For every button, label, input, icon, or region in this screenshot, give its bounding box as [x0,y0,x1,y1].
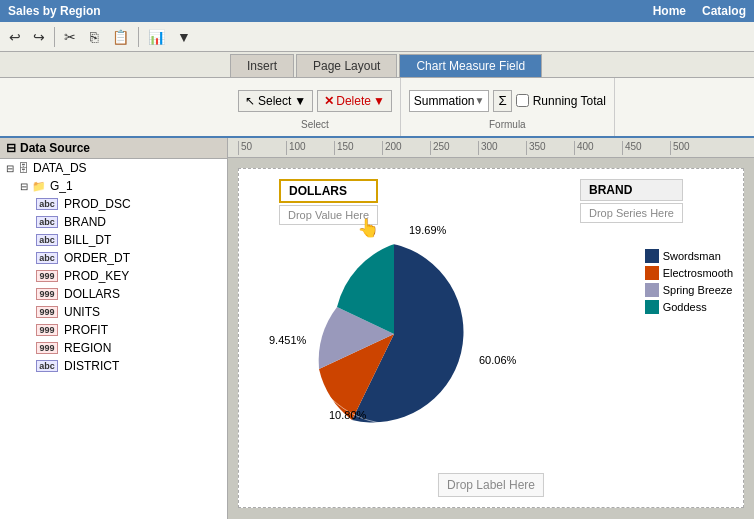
ruler-350: 350 [526,141,574,155]
select-arrow: ▼ [294,94,306,108]
delete-arrow: ▼ [373,94,385,108]
group-expander: ⊟ [18,181,30,192]
title-bar: Sales by Region Home Catalog [0,0,754,22]
chart-canvas: DOLLARS Drop Value Here 👆 BRAND Drop Ser… [238,168,744,508]
delete-button[interactable]: ✕ Delete ▼ [317,90,392,112]
sidebar-header: ⊟ Data Source [0,138,227,159]
field-brand[interactable]: abc BRAND [0,213,227,231]
window-title: Sales by Region [8,4,101,18]
type-tag-bill-dt: abc [36,234,58,246]
running-total-text: Running Total [533,94,606,108]
select-section-label: Select [301,119,329,132]
cursor-icon: ↖ [245,94,255,108]
legend-label-electrosmooth: Electrosmooth [663,267,733,279]
formula-controls: Summation ▼ Σ Running Total [409,82,606,119]
drop-series-zone[interactable]: Drop Series Here [580,203,683,223]
dollars-label[interactable]: DOLLARS [279,179,378,203]
ds-expander: ⊟ [4,163,16,174]
legend-color-swordsman [645,249,659,263]
summation-dropdown[interactable]: Summation ▼ [409,90,490,112]
back-btn[interactable]: ↩ [4,25,26,49]
legend-electrosmooth: Electrosmooth [645,266,733,280]
sidebar: ⊟ Data Source ⊟ 🗄 DATA_DS ⊟ 📁 G_1 abc PR… [0,138,228,519]
pie-chart-container: 19.69% 9.451% 10.80% 60.06% [279,224,559,454]
tab-page-layout[interactable]: Page Layout [296,54,397,77]
running-total-checkbox[interactable] [516,94,529,107]
field-prod-dsc[interactable]: abc PROD_DSC [0,195,227,213]
field-profit[interactable]: 999 PROFIT [0,321,227,339]
legend-goddess: Goddess [645,300,733,314]
chart-legend: Swordsman Electrosmooth Spring Breeze Go… [645,249,733,317]
type-tag-dollars: 999 [36,288,58,300]
field-label-prod-key: PROD_KEY [64,269,129,283]
legend-spring-breeze: Spring Breeze [645,283,733,297]
chart-btn[interactable]: 📊 [143,25,170,49]
type-tag-brand: abc [36,216,58,228]
ribbon-section-formula: Summation ▼ Σ Running Total Formula [401,78,615,136]
field-order-dt[interactable]: abc ORDER_DT [0,249,227,267]
copy-btn[interactable]: ⎘ [83,25,105,49]
field-dollars[interactable]: 999 DOLLARS [0,285,227,303]
sep1 [54,27,55,47]
field-label-brand: BRAND [64,215,106,229]
field-label-district: DISTRICT [64,359,119,373]
pct-right: 60.06% [479,354,516,366]
legend-color-electrosmooth [645,266,659,280]
field-district[interactable]: abc DISTRICT [0,357,227,375]
legend-label-spring-breeze: Spring Breeze [663,284,733,296]
drop-label-area[interactable]: Drop Label Here [438,473,544,497]
content-area: 50 100 150 200 250 300 350 400 450 500 D… [228,138,754,519]
ruler-250: 250 [430,141,478,155]
field-label-profit: PROFIT [64,323,108,337]
ribbon-tabs: Insert Page Layout Chart Measure Field [0,52,754,78]
drop-value-zone[interactable]: Drop Value Here [279,205,378,225]
catalog-link[interactable]: Catalog [702,4,746,18]
tab-chart-measure-field[interactable]: Chart Measure Field [399,54,542,77]
sep2 [138,27,139,47]
home-link[interactable]: Home [653,4,686,18]
ruler-150: 150 [334,141,382,155]
field-label-order-dt: ORDER_DT [64,251,130,265]
cut-btn[interactable]: ✂ [59,25,81,49]
tree-group[interactable]: ⊟ 📁 G_1 [0,177,227,195]
select-button[interactable]: ↖ Select ▼ [238,90,313,112]
expand-icon: ⊟ [6,141,16,155]
type-tag-order-dt: abc [36,252,58,264]
ribbon-section-select: ↖ Select ▼ ✕ Delete ▼ Select [230,78,401,136]
ruler-450: 450 [622,141,670,155]
running-total-label[interactable]: Running Total [516,94,606,108]
tree-datasource[interactable]: ⊟ 🗄 DATA_DS [0,159,227,177]
type-tag-district: abc [36,360,58,372]
summation-label: Summation [414,94,475,108]
drop-label-zone[interactable]: Drop Label Here [438,473,544,497]
pie-chart-svg [279,224,509,444]
tab-insert[interactable]: Insert [230,54,294,77]
main-layout: ⊟ Data Source ⊟ 🗄 DATA_DS ⊟ 📁 G_1 abc PR… [0,138,754,519]
field-bill-dt[interactable]: abc BILL_DT [0,231,227,249]
field-prod-key[interactable]: 999 PROD_KEY [0,267,227,285]
type-tag-units: 999 [36,306,58,318]
forward-btn[interactable]: ↪ [28,25,50,49]
brand-label[interactable]: BRAND [580,179,683,201]
pct-left: 9.451% [269,334,306,346]
field-region[interactable]: 999 REGION [0,339,227,357]
ruler-500: 500 [670,141,718,155]
field-units[interactable]: 999 UNITS [0,303,227,321]
select-label: Select [258,94,291,108]
pct-top: 19.69% [409,224,446,236]
paste-btn[interactable]: 📋 [107,25,134,49]
formula-section-label: Formula [489,119,526,132]
legend-color-goddess [645,300,659,314]
brand-area: BRAND Drop Series Here [580,179,683,223]
formula-icon: Σ [498,93,506,108]
ruler-50: 50 [238,141,286,155]
formula-icon-btn[interactable]: Σ [493,90,511,112]
summation-arrow: ▼ [475,95,485,106]
chart-dropdown-btn[interactable]: ▼ [172,25,196,49]
toolbar: ↩ ↪ ✂ ⎘ 📋 📊 ▼ [0,22,754,52]
pct-bottom: 10.80% [329,409,366,421]
legend-label-goddess: Goddess [663,301,707,313]
database-icon: 🗄 [18,162,29,174]
field-label-dollars: DOLLARS [64,287,120,301]
legend-label-swordsman: Swordsman [663,250,721,262]
